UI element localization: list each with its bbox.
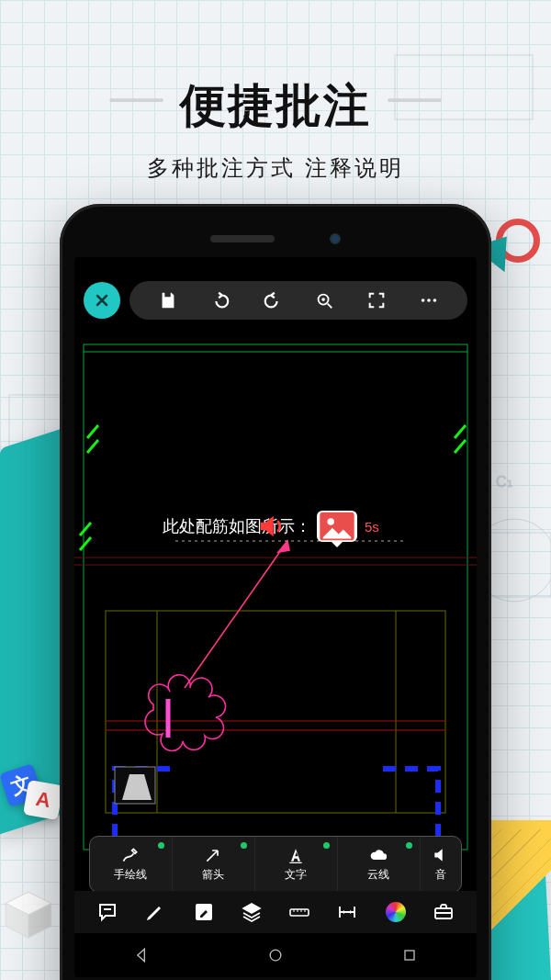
color-button[interactable] (385, 901, 407, 923)
ruler-icon (288, 901, 310, 923)
svg-line-20 (80, 523, 91, 535)
svg-point-12 (322, 298, 326, 301)
deco-cube-icon (0, 886, 57, 943)
badge-dot-icon (241, 842, 247, 849)
text-a-icon (287, 846, 305, 864)
close-x-icon (93, 291, 111, 310)
svg-line-19 (87, 440, 98, 453)
svg-point-14 (427, 299, 431, 302)
marketing-subtitle: 多种批注方式 注释说明 (0, 153, 551, 183)
deco-translate-tiles: 文 A (2, 768, 66, 819)
annotation-toolbar: 手绘线 箭头 文字 云线 音 (89, 836, 462, 893)
annotation-tool-label: 音 (435, 867, 446, 883)
svg-rect-41 (290, 909, 309, 916)
svg-line-32 (185, 541, 287, 688)
annotation-tool-text[interactable]: 文字 (255, 837, 338, 892)
deco-tile-front: A (23, 780, 63, 820)
phone-frame: 此处配筋如图所示： 5s 手绘线 (60, 204, 491, 980)
app-top-toolbar (84, 279, 467, 321)
edit-square-icon (193, 901, 215, 923)
more-dots-icon (419, 290, 439, 310)
annotation-tool-label: 文字 (285, 867, 307, 883)
svg-point-13 (421, 299, 424, 302)
more-button[interactable] (419, 290, 439, 310)
comment-button[interactable] (96, 901, 118, 923)
close-button[interactable] (84, 282, 120, 319)
annotation-tool-freehand[interactable]: 手绘线 (90, 837, 173, 892)
bottom-toolbar (74, 891, 477, 933)
arrow-icon (204, 846, 222, 864)
annotation-text-row: 此处配筋如图所示： 5s (163, 511, 379, 542)
marketing-title: 便捷批注 (180, 75, 371, 137)
color-wheel-icon (386, 902, 406, 922)
svg-line-18 (87, 425, 98, 438)
zoom-target-icon (314, 290, 334, 310)
svg-text:C₁: C₁ (496, 474, 512, 490)
cad-drawing (74, 327, 477, 858)
save-button[interactable] (158, 290, 178, 310)
layers-icon (241, 901, 263, 923)
phone-top-hardware (60, 228, 491, 250)
toolbox-icon (433, 901, 455, 923)
dimension-icon (336, 901, 358, 923)
freehand-icon (121, 846, 140, 864)
android-status-bar (74, 257, 477, 277)
nav-recent-button[interactable] (400, 946, 419, 964)
badge-dot-icon (323, 842, 330, 849)
phone-screen: 此处配筋如图所示： 5s 手绘线 (74, 257, 477, 977)
dimension-button[interactable] (336, 901, 358, 923)
undo-icon (210, 290, 231, 310)
fullscreen-icon (366, 290, 387, 310)
zoom-button[interactable] (314, 290, 334, 310)
svg-line-21 (80, 537, 91, 550)
fullscreen-button[interactable] (366, 290, 387, 310)
save-icon (158, 290, 178, 310)
svg-rect-44 (405, 951, 414, 960)
annotation-tool-label: 箭头 (202, 867, 224, 883)
badge-dot-icon (406, 842, 412, 849)
annotation-tool-label: 手绘线 (114, 867, 147, 883)
pencil-button[interactable] (144, 901, 166, 923)
comment-icon (96, 901, 118, 923)
layers-button[interactable] (241, 901, 263, 923)
edit-square-button[interactable] (193, 901, 215, 923)
svg-line-22 (455, 425, 466, 438)
cloud-icon (369, 846, 388, 864)
top-tool-group (129, 281, 467, 320)
android-nav-bar (74, 933, 477, 977)
redo-icon (263, 290, 283, 310)
cad-canvas[interactable]: 此处配筋如图所示： 5s (74, 327, 477, 858)
annotation-tool-label: 云线 (367, 867, 389, 883)
sound-icon[interactable] (163, 511, 379, 542)
svg-line-23 (455, 440, 466, 453)
toolbox-button[interactable] (433, 901, 455, 923)
nav-back-button[interactable] (132, 946, 151, 964)
marketing-header: — 便捷批注 — 多种批注方式 注释说明 (0, 64, 551, 183)
svg-point-43 (270, 950, 281, 961)
annotation-tool-arrow[interactable]: 箭头 (173, 837, 255, 892)
svg-point-15 (433, 299, 436, 302)
speaker-icon (432, 846, 450, 864)
undo-button[interactable] (210, 290, 231, 310)
ruler-button[interactable] (288, 901, 310, 923)
annotation-tool-audio[interactable]: 音 (421, 837, 461, 892)
badge-dot-icon (158, 842, 164, 849)
pencil-icon (144, 901, 166, 923)
redo-button[interactable] (263, 290, 283, 310)
svg-marker-33 (278, 541, 289, 552)
annotation-tool-cloud[interactable]: 云线 (338, 837, 421, 892)
nav-home-button[interactable] (266, 946, 285, 964)
